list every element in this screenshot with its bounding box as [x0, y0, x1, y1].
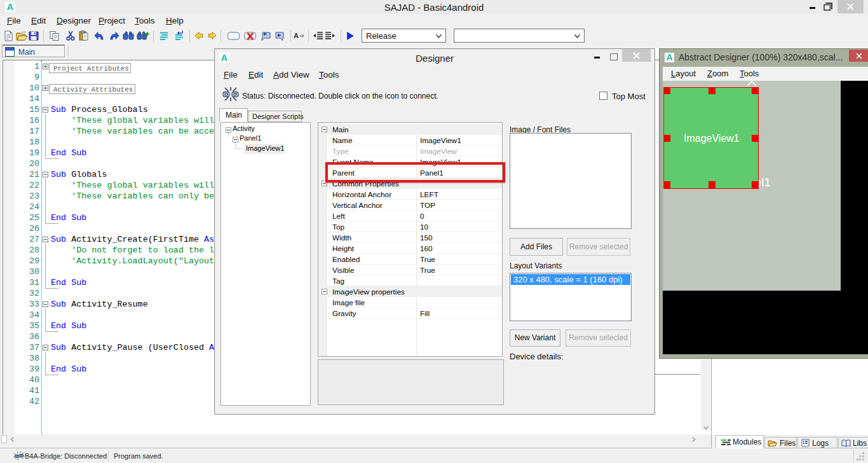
svg-text:A: A — [294, 32, 299, 39]
